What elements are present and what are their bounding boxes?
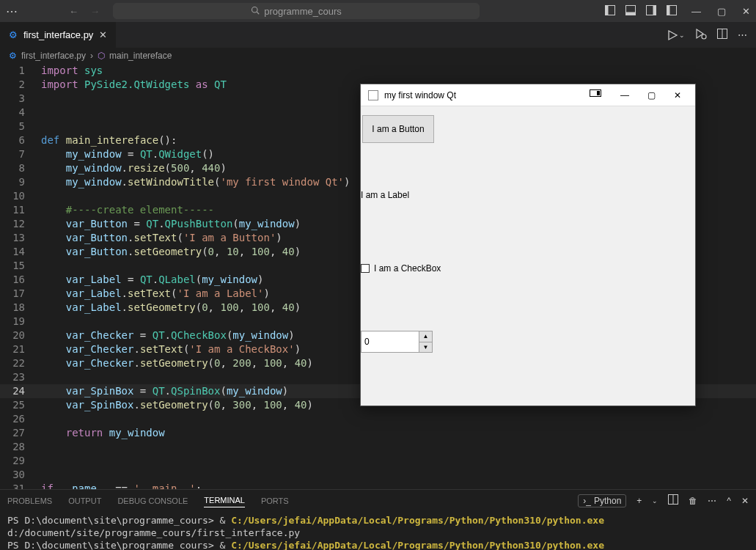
svg-point-0 — [252, 7, 258, 12]
minimize-icon[interactable]: — — [691, 6, 701, 17]
editor-tabbar: ⚙ first_interface.py ✕ ⌄ ⋯ — [0, 22, 756, 48]
more-terminal-icon[interactable]: ⋯ — [708, 496, 716, 506]
close-panel-icon[interactable]: ✕ — [741, 496, 749, 506]
checkbox-box-icon — [361, 264, 370, 273]
layout-sidebar-right-icon[interactable] — [646, 5, 656, 18]
chevron-right-icon: › — [90, 51, 93, 61]
split-terminal-icon[interactable] — [668, 494, 678, 507]
svg-rect-5 — [626, 12, 636, 15]
svg-line-1 — [257, 12, 260, 14]
spinbox-value[interactable]: 0 — [362, 331, 419, 352]
qt-minimize-icon[interactable]: — — [614, 90, 635, 100]
terminal-line: PS D:\document\site\programme_cours> & C… — [7, 514, 749, 539]
search-placeholder: programme_cours — [264, 6, 342, 17]
terminal-dropdown-icon[interactable]: ⌄ — [652, 497, 658, 505]
svg-rect-3 — [606, 5, 609, 15]
python-file-icon: ⚙ — [9, 29, 18, 40]
svg-point-12 — [702, 34, 706, 39]
spinbox-down-icon[interactable]: ▼ — [419, 342, 432, 353]
close-tab-icon[interactable]: ✕ — [99, 29, 107, 40]
close-window-icon[interactable]: ✕ — [742, 6, 750, 17]
breadcrumb[interactable]: ⚙ first_interface.py › ⬡ main_intereface — [0, 48, 756, 64]
terminal-line: PS D:\document\site\programme_cours> & C… — [7, 539, 749, 550]
layout-sidebar-left-icon[interactable] — [605, 5, 615, 18]
debug-run-icon[interactable] — [695, 29, 707, 41]
maximize-panel-icon[interactable]: ^ — [727, 496, 731, 506]
command-center[interactable]: programme_cours — [113, 3, 480, 19]
editor-tab[interactable]: ⚙ first_interface.py ✕ — [0, 22, 117, 48]
qt-spinbox[interactable]: 0 ▲ ▼ — [361, 331, 433, 353]
more-actions-icon[interactable]: ⋯ — [738, 29, 747, 40]
tab-problems[interactable]: PROBLEMS — [7, 496, 52, 505]
python-file-icon: ⚙ — [9, 51, 17, 61]
titlebar: ⋯ ← → programme_cours — ▢ ✕ — [0, 0, 756, 22]
tab-terminal[interactable]: TERMINAL — [204, 496, 245, 507]
new-terminal-icon[interactable]: + — [636, 496, 642, 506]
qt-close-icon[interactable]: ✕ — [667, 90, 688, 100]
terminal-profile-badge[interactable]: ›_ Python — [578, 494, 626, 507]
breadcrumb-file: first_interface.py — [21, 51, 86, 61]
tab-ports[interactable]: PORTS — [261, 496, 289, 505]
qt-push-button[interactable]: I am a Button — [362, 115, 434, 143]
layout-panel-icon[interactable] — [625, 5, 636, 18]
tab-output[interactable]: OUTPUT — [68, 496, 101, 505]
svg-rect-16 — [597, 91, 600, 95]
qt-maximize-icon[interactable]: ▢ — [641, 90, 661, 100]
qt-label: I am a Label — [361, 190, 409, 200]
maximize-icon[interactable]: ▢ — [717, 6, 726, 17]
nav-forward-icon[interactable]: → — [90, 6, 100, 17]
qt-app-icon — [368, 90, 378, 100]
terminal-icon: ›_ — [583, 496, 591, 506]
symbol-icon: ⬡ — [98, 51, 105, 61]
qt-titlebar[interactable]: my first window Qt — ▢ ✕ — [361, 84, 695, 106]
nav-back-icon[interactable]: ← — [69, 6, 78, 17]
qt-window-title: my first window Qt — [384, 90, 584, 100]
split-editor-icon[interactable] — [717, 29, 727, 41]
svg-rect-7 — [653, 5, 656, 15]
tab-filename: first_interface.py — [23, 29, 93, 40]
layout-customize-icon[interactable] — [667, 5, 677, 18]
search-icon — [251, 6, 260, 17]
breadcrumb-symbol: main_intereface — [109, 51, 172, 61]
panel-tabbar: PROBLEMS OUTPUT DEBUG CONSOLE TERMINAL P… — [0, 489, 756, 511]
qt-checkbox[interactable]: I am a CheckBox — [361, 263, 441, 274]
menu-icon[interactable]: ⋯ — [6, 4, 19, 18]
qt-help-icon[interactable] — [590, 89, 601, 100]
tab-debug-console[interactable]: DEBUG CONSOLE — [117, 496, 188, 505]
kill-terminal-icon[interactable]: 🗑 — [689, 496, 697, 506]
svg-rect-9 — [667, 5, 670, 15]
svg-marker-10 — [669, 31, 677, 40]
terminal-output[interactable]: PS D:\document\site\programme_cours> & C… — [0, 511, 756, 550]
run-icon[interactable]: ⌄ — [667, 30, 685, 40]
spinbox-up-icon[interactable]: ▲ — [419, 331, 432, 342]
qt-app-window: my first window Qt — ▢ ✕ I am a Button I… — [360, 84, 696, 406]
